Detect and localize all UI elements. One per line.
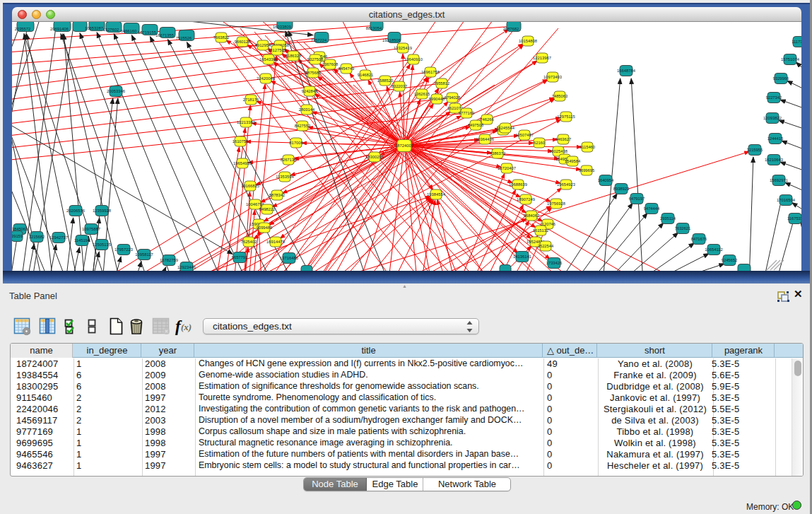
svg-text:19756928: 19756928 [547, 201, 565, 206]
svg-text:20206576: 20206576 [66, 209, 85, 213]
svg-text:2035572: 2035572 [15, 27, 31, 31]
svg-text:19654923: 19654923 [557, 182, 575, 187]
svg-text:7515526: 7515526 [176, 36, 192, 40]
svg-text:10975887: 10975887 [82, 227, 100, 231]
svg-text:9227342: 9227342 [766, 95, 782, 100]
svg-text:12923446: 12923446 [177, 265, 196, 269]
svg-text:16033809: 16033809 [273, 25, 291, 29]
svg-text:8427552: 8427552 [295, 124, 311, 128]
svg-text:1527602: 1527602 [103, 28, 119, 32]
svg-text:20053346: 20053346 [107, 89, 125, 93]
svg-text:6794028: 6794028 [445, 95, 461, 100]
svg-text:12975115: 12975115 [557, 115, 575, 119]
svg-text:11353594: 11353594 [276, 175, 294, 179]
svg-text:18300295: 18300295 [365, 155, 384, 159]
svg-text:16210643: 16210643 [765, 158, 783, 162]
svg-text:18724007: 18724007 [395, 144, 413, 148]
svg-text:1244415: 1244415 [767, 136, 784, 141]
svg-text:19654955: 19654955 [233, 161, 252, 165]
svg-text:9242848: 9242848 [302, 89, 318, 93]
svg-text:16914479: 16914479 [266, 240, 285, 244]
svg-text:8878342: 8878342 [269, 193, 286, 197]
svg-text:8267130: 8267130 [281, 158, 297, 162]
svg-text:(x): (x) [181, 322, 192, 332]
svg-text:13716485: 13716485 [280, 256, 298, 260]
svg-text:9463627: 9463627 [555, 137, 572, 141]
svg-text:9699695: 9699695 [579, 168, 595, 173]
svg-text:9245652: 9245652 [722, 258, 738, 262]
svg-text:1588520: 1588520 [377, 78, 394, 83]
svg-text:6479197: 6479197 [629, 197, 645, 201]
svg-text:2522544: 2522544 [538, 244, 554, 248]
svg-text:10973493: 10973493 [543, 75, 562, 79]
svg-text:15720407: 15720407 [498, 166, 516, 170]
svg-text:817006: 817006 [289, 141, 302, 145]
svg-text:10719155: 10719155 [138, 30, 156, 35]
svg-text:9099489: 9099489 [257, 226, 273, 230]
svg-text:3875685: 3875685 [305, 71, 322, 75]
svg-text:746266: 746266 [480, 117, 493, 122]
svg-text:8813054: 8813054 [366, 26, 382, 30]
svg-text:9115460: 9115460 [579, 145, 595, 149]
svg-text:17957223: 17957223 [114, 247, 133, 252]
svg-text:19384554: 19384554 [427, 192, 446, 197]
svg-text:14136141: 14136141 [513, 255, 531, 259]
svg-text:19166825: 19166825 [241, 184, 259, 188]
svg-text:6466160: 6466160 [121, 29, 137, 33]
svg-text:20691406: 20691406 [50, 27, 69, 31]
svg-text:15751074: 15751074 [781, 57, 800, 62]
svg-text:12213383: 12213383 [237, 120, 255, 124]
svg-text:15692971: 15692971 [770, 178, 788, 182]
svg-text:17016504: 17016504 [777, 198, 796, 202]
svg-text:12093822: 12093822 [763, 116, 782, 120]
svg-text:7386372: 7386372 [490, 151, 506, 156]
svg-text:9327508: 9327508 [307, 57, 324, 62]
svg-text:16245544: 16245544 [496, 126, 515, 130]
svg-text:1549584: 1549584 [565, 159, 581, 163]
svg-text:9329966: 9329966 [773, 76, 789, 81]
svg-text:62160: 62160 [534, 141, 545, 145]
svg-text:10025438: 10025438 [549, 149, 567, 153]
svg-text:1117304: 1117304 [792, 40, 801, 44]
svg-text:16671355: 16671355 [155, 33, 174, 37]
svg-text:2367608: 2367608 [322, 62, 339, 66]
svg-text:7632621: 7632621 [675, 226, 691, 230]
svg-text:9684067: 9684067 [524, 214, 540, 218]
svg-text:1640954: 1640954 [598, 178, 614, 182]
svg-text:16543362: 16543362 [259, 57, 278, 62]
svg-text:12359928: 12359928 [93, 209, 111, 213]
svg-text:10507487: 10507487 [515, 133, 534, 137]
svg-text:9657791: 9657791 [232, 255, 248, 259]
svg-text:19218506: 19218506 [382, 38, 401, 42]
svg-text:1610755: 1610755 [233, 139, 249, 144]
svg-text:9777169: 9777169 [459, 111, 475, 115]
svg-text:2935114: 2935114 [660, 216, 676, 221]
svg-text:12213967: 12213967 [533, 56, 551, 60]
svg-text:7955812: 7955812 [434, 81, 450, 86]
svg-text:7625402: 7625402 [241, 240, 257, 244]
svg-text:1215682: 1215682 [29, 235, 45, 239]
svg-text:8912954: 8912954 [255, 43, 271, 47]
svg-text:12942737: 12942737 [49, 235, 68, 240]
svg-text:10654112: 10654112 [705, 247, 722, 252]
svg-text:10154808: 10154808 [519, 39, 537, 43]
svg-text:22420046: 22420046 [257, 76, 275, 81]
svg-text:8498222: 8498222 [259, 207, 276, 211]
svg-text:2718176: 2718176 [243, 98, 259, 102]
svg-text:39159: 39159 [12, 234, 23, 238]
svg-text:8938923: 8938923 [613, 187, 630, 191]
svg-text:20364436: 20364436 [476, 137, 494, 141]
svg-text:1145194: 1145194 [74, 238, 90, 243]
svg-text:10688639: 10688639 [509, 182, 527, 187]
svg-text:12505135: 12505135 [93, 243, 111, 247]
svg-text:8186328: 8186328 [286, 54, 302, 58]
svg-text:13325419: 13325419 [394, 46, 412, 50]
svg-text:2087682: 2087682 [503, 27, 519, 31]
svg-text:18907249: 18907249 [517, 197, 535, 201]
svg-text:8454749: 8454749 [339, 66, 355, 71]
svg-text:8990448: 8990448 [429, 97, 445, 101]
svg-text:9660128: 9660128 [235, 40, 251, 44]
svg-text:9474444: 9474444 [644, 206, 660, 211]
svg-text:8471676: 8471676 [691, 237, 707, 241]
svg-text:1615132: 1615132 [533, 228, 549, 233]
